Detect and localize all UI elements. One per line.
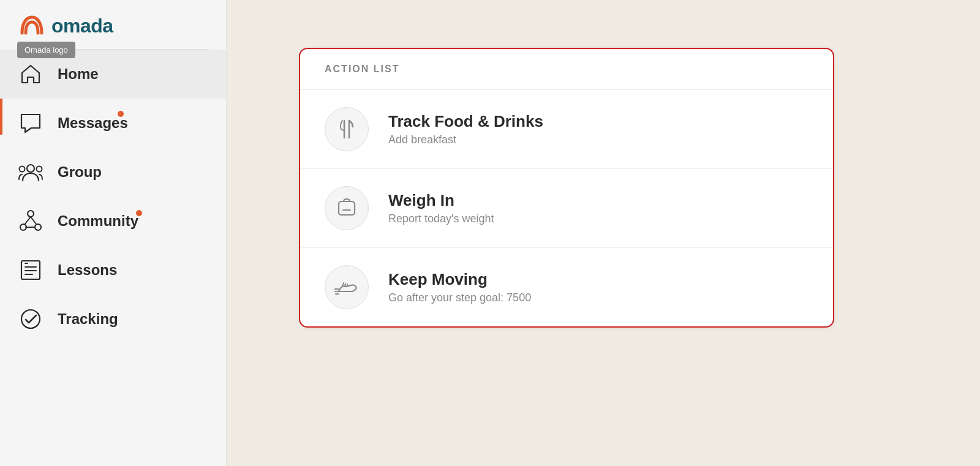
keep-moving-icon-circle <box>325 265 369 309</box>
svg-rect-17 <box>339 201 355 215</box>
logo-tooltip: Omada logo <box>17 42 75 58</box>
lessons-label: Lessons <box>58 261 117 279</box>
svg-point-14 <box>21 310 40 328</box>
community-icon <box>17 208 44 235</box>
lessons-icon <box>17 257 44 284</box>
weigh-in-title: Weigh In <box>388 191 494 210</box>
track-food-subtitle: Add breakfast <box>388 133 543 146</box>
weigh-in-subtitle: Report today's weight <box>388 212 494 225</box>
weigh-in-text: Weigh In Report today's weight <box>388 191 494 225</box>
action-list-title: ACTION LIST <box>325 64 399 74</box>
sidebar: omada Omada logo Home Messages <box>0 0 227 466</box>
sidebar-item-tracking[interactable]: Tracking <box>0 295 226 344</box>
sidebar-item-group[interactable]: Group <box>0 148 226 197</box>
tracking-icon <box>17 306 44 333</box>
svg-line-6 <box>24 217 31 225</box>
community-label: Community <box>58 212 138 230</box>
svg-point-5 <box>35 224 41 230</box>
svg-point-0 <box>27 165 34 172</box>
group-label: Group <box>58 163 102 181</box>
home-icon <box>17 61 44 88</box>
weigh-in-icon-circle <box>325 186 369 230</box>
weigh-in-item[interactable]: Weigh In Report today's weight <box>300 169 833 248</box>
svg-point-2 <box>37 167 42 172</box>
keep-moving-item[interactable]: Keep Moving Go after your step goal: 750… <box>300 248 833 326</box>
svg-point-3 <box>28 211 34 217</box>
track-food-icon-circle <box>325 107 369 151</box>
messages-notification-dot <box>118 111 124 117</box>
action-list-card: ACTION LIST Track Food & Drinks Add brea… <box>300 49 833 326</box>
tracking-label: Tracking <box>58 310 118 328</box>
main-content: ACTION LIST Track Food & Drinks Add brea… <box>227 0 980 466</box>
home-label: Home <box>58 66 99 83</box>
keep-moving-subtitle: Go after your step goal: 7500 <box>388 291 531 304</box>
svg-point-1 <box>20 167 25 172</box>
logo-text: omada <box>51 15 113 37</box>
track-food-title: Track Food & Drinks <box>388 112 543 131</box>
messages-icon <box>17 110 44 137</box>
sidebar-item-messages[interactable]: Messages <box>0 99 226 148</box>
omada-logo[interactable]: omada <box>17 13 113 38</box>
keep-moving-title: Keep Moving <box>388 270 531 289</box>
keep-moving-text: Keep Moving Go after your step goal: 750… <box>388 270 531 304</box>
track-food-item[interactable]: Track Food & Drinks Add breakfast <box>300 90 833 169</box>
sidebar-item-community[interactable]: Community <box>0 197 226 246</box>
group-icon <box>17 159 44 186</box>
svg-line-7 <box>31 217 37 225</box>
community-notification-dot <box>136 210 142 216</box>
messages-label: Messages <box>58 115 128 132</box>
action-list-header: ACTION LIST <box>300 49 833 90</box>
track-food-text: Track Food & Drinks Add breakfast <box>388 112 543 146</box>
sidebar-item-lessons[interactable]: Lessons <box>0 246 226 295</box>
